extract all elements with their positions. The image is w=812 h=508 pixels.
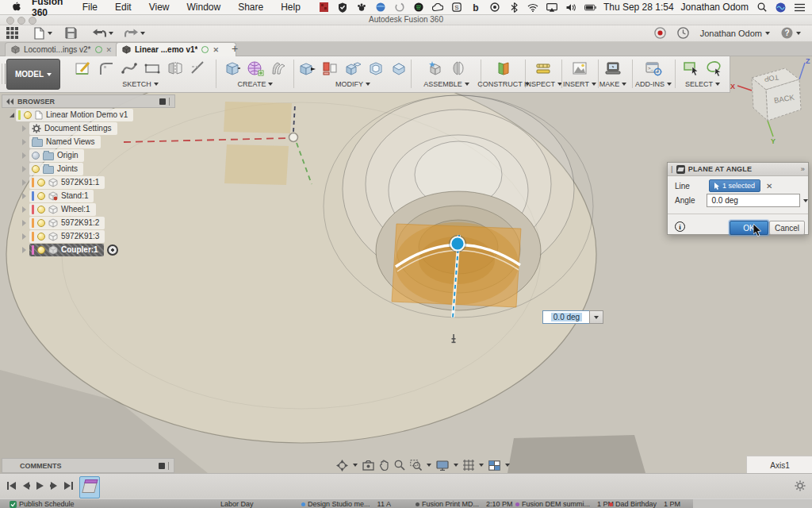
calendar-event[interactable]: Dad Birthday 1 PM xyxy=(609,500,680,508)
apple-menu-icon[interactable] xyxy=(11,2,21,13)
dialog-title-bar[interactable]: | PLANE AT ANGLE » xyxy=(668,163,808,176)
create-sketch-icon[interactable] xyxy=(74,59,93,78)
expand-arrow-icon[interactable] xyxy=(22,247,26,253)
menu-file[interactable]: File xyxy=(82,2,98,13)
browser-item-named-views[interactable]: Named Views xyxy=(2,135,208,148)
display-settings-dropdown-icon[interactable] xyxy=(454,464,458,467)
visibility-bulb-icon[interactable] xyxy=(37,192,45,200)
expand-arrow-icon[interactable] xyxy=(22,220,26,226)
combine-icon[interactable] xyxy=(343,59,362,78)
menu-bar-user[interactable]: Jonathan Odom xyxy=(681,2,749,13)
timeline-step-forward-button[interactable] xyxy=(48,479,60,492)
target-icon[interactable] xyxy=(489,2,501,13)
airplay-display-icon[interactable] xyxy=(546,2,558,13)
clear-selection-icon[interactable]: ✕ xyxy=(766,182,772,190)
sketch-fillet-icon[interactable] xyxy=(97,59,116,78)
create-coil-icon[interactable] xyxy=(246,59,265,78)
notification-center-icon[interactable] xyxy=(794,2,806,13)
panel-dock-icon[interactable] xyxy=(159,98,166,105)
menu-share[interactable]: Share xyxy=(238,2,263,13)
grid-settings-icon[interactable] xyxy=(463,460,474,471)
close-tab-icon[interactable]: ✕ xyxy=(106,46,113,54)
orbit-icon[interactable] xyxy=(336,460,348,471)
display-settings-icon[interactable] xyxy=(436,460,449,471)
ribbon-group-assemble-label[interactable]: ASSEMBLE xyxy=(423,80,469,88)
ribbon-group-make-label[interactable]: MAKE xyxy=(599,80,627,88)
menu-view[interactable]: View xyxy=(149,2,170,13)
select-window-icon[interactable] xyxy=(682,59,701,78)
wifi-icon[interactable] xyxy=(527,2,539,13)
redo-icon[interactable] xyxy=(124,26,145,40)
measure-icon[interactable] xyxy=(534,59,553,78)
make-3d-print-icon[interactable] xyxy=(603,59,622,78)
line-selection-chip[interactable]: 1 selected xyxy=(709,179,760,192)
expand-arrow-icon[interactable] xyxy=(10,108,14,117)
visibility-bulb-icon[interactable] xyxy=(32,165,40,173)
zoom-window-icon[interactable] xyxy=(410,460,422,471)
spotify-icon[interactable] xyxy=(413,2,425,13)
menu-edit[interactable]: Edit xyxy=(115,2,132,13)
browser-item-component[interactable]: 5972K91:1 xyxy=(2,175,208,189)
browser-item-root[interactable]: Linear Motion Demo v1 xyxy=(2,108,208,121)
replace-face-icon[interactable] xyxy=(320,59,339,78)
expand-arrow-icon[interactable] xyxy=(22,139,26,145)
canvas-angle-input[interactable]: 0.0 deg xyxy=(542,310,591,324)
zoom-dropdown-icon[interactable] xyxy=(427,464,431,467)
dialog-info-icon[interactable]: i xyxy=(675,221,685,232)
visibility-bulb-icon[interactable] xyxy=(32,152,40,160)
scripts-addins-icon[interactable]: >_ xyxy=(644,59,663,78)
calendar-event[interactable]: Labor Day xyxy=(220,500,254,508)
bluetooth-icon[interactable] xyxy=(508,2,520,13)
active-app-name[interactable]: Fusion 360 xyxy=(32,0,65,18)
viewports-dropdown-icon[interactable] xyxy=(505,464,510,467)
menu-bar-clock[interactable]: Thu Sep 28 1:54 xyxy=(603,2,674,13)
timeline-step-back-button[interactable] xyxy=(19,479,32,492)
expand-arrow-icon[interactable] xyxy=(22,206,26,213)
timeline-settings-gear-icon[interactable] xyxy=(795,480,806,491)
browser-item-component[interactable]: 5972K91:3 xyxy=(2,229,208,243)
ribbon-group-inspect-label[interactable]: INSPECT xyxy=(524,80,562,88)
browser-item-component-selected[interactable]: Coupler:1 xyxy=(2,243,208,256)
expand-arrow-icon[interactable] xyxy=(22,233,26,240)
workspace-selector[interactable]: MODEL xyxy=(6,59,60,90)
comments-panel-header[interactable]: COMMENTS xyxy=(2,458,174,473)
ribbon-group-sketch-label[interactable]: SKETCH xyxy=(122,80,159,88)
blue-sphere-icon[interactable] xyxy=(375,2,387,13)
canvas-angle-dropdown-button[interactable] xyxy=(589,310,603,324)
cloud-icon[interactable] xyxy=(432,2,444,13)
siri-icon[interactable] xyxy=(775,2,787,13)
battery-icon[interactable] xyxy=(584,2,596,13)
ribbon-group-insert-label[interactable]: INSERT xyxy=(563,80,596,88)
recent-activity-clock-icon[interactable] xyxy=(677,27,689,39)
insert-image-icon[interactable] xyxy=(570,59,589,78)
timeline-skip-start-button[interactable] xyxy=(5,479,17,492)
panel-grip-icon[interactable] xyxy=(168,462,170,470)
grid-settings-dropdown-icon[interactable] xyxy=(479,464,484,467)
ribbon-group-modify-label[interactable]: MODIFY xyxy=(335,80,370,88)
visibility-bulb-icon[interactable] xyxy=(37,179,45,187)
sketch-spline-icon[interactable] xyxy=(120,59,139,78)
panel-grip-icon[interactable] xyxy=(169,98,171,106)
browser-item-component[interactable]: Stand:1 xyxy=(2,189,208,202)
save-icon[interactable] xyxy=(65,26,77,40)
ribbon-group-construct-label[interactable]: CONSTRUCT xyxy=(477,80,530,88)
browser-item-component[interactable]: Wheel:1 xyxy=(2,202,208,216)
create-form-icon[interactable] xyxy=(269,59,288,78)
calendar-event[interactable]: Fusion Print MD... 2:10 PM xyxy=(416,500,513,508)
account-user-menu[interactable]: Jonathan Odom xyxy=(700,29,770,38)
file-menu-icon[interactable] xyxy=(34,26,52,40)
orbit-dropdown-icon[interactable] xyxy=(353,464,358,467)
menu-help[interactable]: Help xyxy=(281,2,301,13)
document-tab-locomotion[interactable]: Locomoti...ings v2* ✕ xyxy=(5,42,125,56)
paw-icon[interactable] xyxy=(356,2,368,13)
b-letter-icon[interactable]: b xyxy=(470,2,482,13)
ribbon-group-addins-label[interactable]: ADD-INS xyxy=(635,80,672,88)
new-component-icon[interactable] xyxy=(426,59,445,78)
angle-dropdown-icon[interactable] xyxy=(803,199,808,202)
angle-input-field[interactable]: 0.0 deg xyxy=(707,194,800,207)
swirl-icon[interactable] xyxy=(394,2,406,13)
ribbon-group-create-label[interactable]: CREATE xyxy=(238,80,274,88)
spotlight-search-icon[interactable] xyxy=(756,2,768,13)
expand-arrow-icon[interactable] xyxy=(22,166,26,172)
expand-arrow-icon[interactable] xyxy=(22,193,26,199)
